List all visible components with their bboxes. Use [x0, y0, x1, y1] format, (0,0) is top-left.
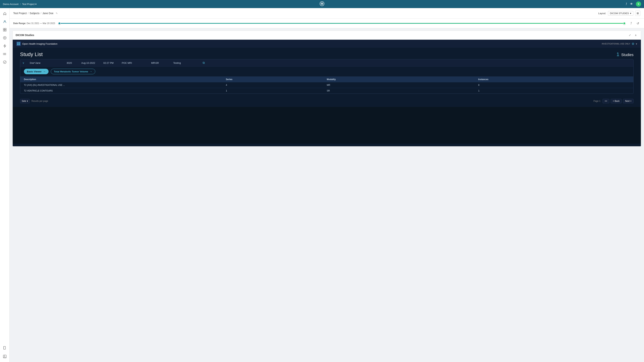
main-content: Test Project / Subjects / Jane Doe ✎ Lay… [10, 8, 644, 362]
study-count-number: 1 [616, 51, 619, 57]
breadcrumb-project[interactable]: Test Project [13, 12, 27, 15]
study-row[interactable]: ∨ Doe^Jane 3020 Aug-10-2022 02:27 PM POC… [20, 59, 633, 66]
layout-dropdown[interactable]: DICOM STUDIES ▾ [608, 11, 633, 16]
first-page-button[interactable]: << [602, 99, 609, 103]
study-date: Aug-10-2022 [81, 61, 103, 64]
tmtv-viewer-arrow: → [90, 70, 92, 73]
slider-thumb-right[interactable] [623, 22, 626, 25]
next-page-button[interactable]: Next > [623, 99, 634, 103]
tmtv-viewer-button[interactable]: Total Metabolic Tumor Volume → [51, 69, 95, 74]
basic-viewer-arrow: → [43, 70, 46, 73]
view-icon[interactable]: 👁 [630, 2, 633, 6]
study-row-viewers: Basic Viewer → Total Metabolic Tumor Vol… [20, 66, 633, 77]
svg-point-17 [3, 53, 3, 53]
results-select[interactable]: Sele ▾ [20, 99, 30, 103]
share-icon[interactable]: ⤴ [626, 2, 627, 6]
ohif-top-bar: Open Health Imaging Foundation INVESTIGA… [13, 40, 641, 48]
panel-collapse-button[interactable]: ∧ [634, 33, 638, 37]
nav-separator: / [20, 3, 21, 5]
series-count-2: 1 [226, 89, 327, 92]
study-id: 3020 [66, 61, 81, 64]
ohif-logo-text: Open Health Imaging Foundation [22, 42, 58, 45]
series-instances-2: 1 [478, 89, 630, 92]
study-expand-button[interactable]: ∨ [22, 61, 30, 64]
sidebar-item-add[interactable] [2, 34, 8, 41]
layout-label: Layout: [598, 12, 606, 15]
slider-thumb-left[interactable] [58, 22, 61, 25]
svg-rect-26 [19, 42, 20, 43]
svg-point-18 [3, 54, 3, 54]
ohif-container: Open Health Imaging Foundation INVESTIGA… [13, 40, 641, 146]
top-navigation: Demo Account / Test Project ▾ ⤴ 👁 S [0, 0, 644, 8]
layout-control: Layout: DICOM STUDIES ▾ ⊞ [598, 11, 640, 16]
series-header-modality: Modality [327, 78, 478, 81]
date-range-slider[interactable] [58, 23, 626, 24]
breadcrumb: Test Project / Subjects / Jane Doe ✎ [13, 12, 58, 15]
breadcrumb-sep2: / [41, 12, 42, 15]
app-logo-icon [320, 1, 324, 6]
ohif-logo-icon [16, 41, 21, 46]
sidebar-item-bolt[interactable] [2, 43, 8, 49]
date-range-bar: Date Range: Dec 31 2021 — Mar 20 2023 ⤴ … [10, 18, 644, 28]
breadcrumb-patient[interactable]: Jane Doe [42, 12, 54, 15]
sidebar-item-user[interactable] [2, 18, 8, 25]
series-description-2: T2 VENTRICLE CONTOURS [24, 89, 226, 92]
grid-icon: ⊞ [637, 12, 639, 15]
empty-space [13, 107, 641, 144]
project-chevron: ▾ [35, 3, 36, 5]
study-list-title: Study List [20, 51, 43, 57]
panel-actions: ⤢ ∧ [628, 33, 638, 37]
ohif-iuo-text: INVESTIGATIONAL USE ONLY [602, 43, 630, 45]
series-header-instances: Instances [478, 78, 630, 81]
back-page-button[interactable]: < Back [611, 99, 622, 103]
series-header-description: Description [24, 78, 226, 81]
layout-chevron: ▾ [630, 12, 631, 15]
date-start: Dec 31 2021 [27, 22, 39, 25]
breadcrumb-subjects[interactable]: Subjects [30, 12, 40, 15]
app-body: Test Project / Subjects / Jane Doe ✎ Lay… [0, 8, 644, 362]
results-label: Results per page [32, 100, 48, 102]
svg-point-19 [3, 54, 3, 55]
sidebar-item-panel[interactable] [2, 353, 8, 360]
basic-viewer-button[interactable]: Basic Viewer → [24, 69, 48, 74]
study-count-label: Studies [621, 53, 634, 57]
date-range-label: Date Range: Dec 31 2021 — Mar 20 2023 [13, 22, 55, 25]
project-selector[interactable]: Test Project ▾ [22, 3, 36, 5]
sidebar [0, 8, 10, 362]
dicom-studies-panel: DICOM Studies ⤢ ∧ [12, 30, 641, 146]
basic-viewer-label: Basic Viewer [27, 70, 42, 73]
ohif-settings-icon[interactable]: ⚙ [632, 42, 634, 45]
layout-grid-button[interactable]: ⊞ [635, 11, 640, 16]
series-row[interactable]: T2 (AXI) (DL)-INVESTIGATIONAL USE ... 4 … [20, 82, 633, 88]
account-name[interactable]: Demo Account [3, 3, 18, 5]
date-reset-button[interactable]: ↺ [635, 21, 640, 26]
series-table-header: Description Series Modality Instances [20, 77, 633, 82]
page-header: Test Project / Subjects / Jane Doe ✎ Lay… [10, 8, 644, 18]
panel-expand-button[interactable]: ⤢ [628, 33, 632, 37]
study-copy-icon[interactable]: ⧉ [203, 61, 214, 64]
series-modality-1: MR [327, 84, 478, 86]
series-header-series: Series [226, 78, 327, 81]
series-count-1: 4 [226, 84, 327, 86]
series-row[interactable]: T2 VENTRICLE CONTOURS 1 SR 1 [20, 88, 633, 93]
results-per-page: Sele ▾ Results per page [20, 99, 48, 103]
results-select-chevron: ▾ [27, 100, 28, 102]
ohif-collapse-icon[interactable]: ∨ [636, 43, 637, 45]
series-instances-1: 8 [478, 84, 630, 86]
study-count-display: 1 Studies [616, 51, 634, 57]
sidebar-item-check[interactable] [2, 59, 8, 65]
date-export-button[interactable]: ⤴ [628, 21, 634, 26]
avatar[interactable]: S [636, 1, 641, 6]
sidebar-item-home[interactable] [2, 10, 8, 17]
svg-rect-25 [17, 42, 18, 43]
svg-rect-27 [17, 44, 18, 45]
project-name: Test Project [22, 3, 34, 5]
series-modality-2: SR [327, 89, 478, 92]
nav-center [320, 1, 324, 7]
sidebar-item-book[interactable] [2, 344, 8, 351]
sidebar-item-list[interactable] [2, 51, 8, 57]
study-pagination: Sele ▾ Results per page Page 1 << < Back… [13, 97, 641, 107]
study-description: POC MRI [122, 61, 151, 64]
edit-icon[interactable]: ✎ [56, 12, 58, 15]
sidebar-item-grid[interactable] [2, 26, 8, 33]
